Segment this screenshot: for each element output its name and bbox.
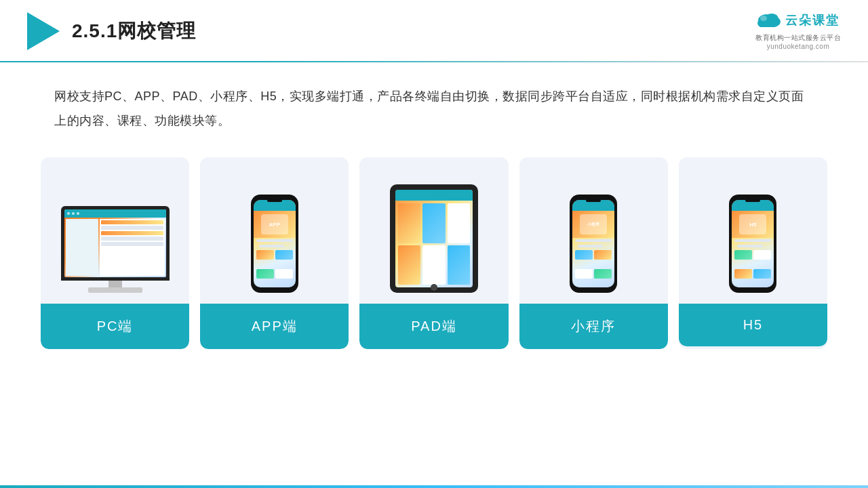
card-pad: PAD端 [359,157,508,349]
cards-container: PC端 APP [0,133,868,349]
cloud-icon [757,8,781,32]
pc-image-area [47,171,182,293]
brand-logo: 云朵课堂 教育机构一站式服务云平台 yunduoketang.com [755,8,841,50]
pad-image-area [366,171,501,293]
phone-mockup-app: APP [251,195,298,293]
pc-screen-outer [61,206,170,281]
label-miniprogram: 小程序 [519,304,668,349]
phone-outer-app: APP [251,195,298,293]
tablet-outer [390,184,478,293]
brand-name: 云朵课堂 [785,12,840,28]
pc-base [88,287,142,293]
phone-outer-h5: H5 [729,195,776,293]
tablet-screen [395,190,473,287]
page-title: 2.5.1网校管理 [72,18,196,44]
svg-point-5 [760,16,767,21]
phone-mockup-mini: 小程序 [570,195,617,293]
tablet-home-btn [431,284,437,291]
label-app: APP端 [200,304,349,349]
phone-mockup-h5: H5 [729,195,776,293]
description-text: 网校支持PC、APP、PAD、小程序、H5，实现多端打通，产品各终端自由切换，数… [54,84,814,133]
phone-notch-mini [586,199,601,202]
phone-screen-mini: 小程序 [572,200,614,287]
phone-screen-h5: H5 [732,200,774,287]
card-pc: PC端 [41,157,189,349]
brand-tagline: 教育机构一站式服务云平台 [755,33,841,43]
app-image-area: APP [207,171,342,293]
label-pc: PC端 [41,304,189,349]
phone-screen-app: APP [254,200,296,287]
label-pad: PAD端 [359,304,508,349]
pc-mockup [61,206,170,293]
card-miniprogram: 小程序 小程序 [519,157,668,349]
miniprogram-image-area: 小程序 [526,171,661,293]
card-app: APP APP端 [200,157,349,349]
label-h5: H5 [679,304,827,346]
phone-outer-mini: 小程序 [570,195,617,293]
brand-url: yunduoketang.com [767,43,830,50]
description: 网校支持PC、APP、PAD、小程序、H5，实现多端打通，产品各终端自由切换，数… [0,62,868,133]
phone-notch-app [267,199,282,202]
phone-notch-h5 [745,199,760,202]
logo-triangle [27,12,60,50]
bottom-accent [0,485,868,488]
pc-screen-inner [64,209,166,277]
header: 2.5.1网校管理 云朵课堂 教育机构一站式服务云平台 yunduoketang… [0,0,868,50]
mini-img-placeholder: 小程序 [580,214,607,235]
app-img-placeholder: APP [261,214,288,235]
h5-image-area: H5 [686,171,821,293]
tablet-mockup [390,184,478,293]
pc-screen-bar [64,209,166,218]
pc-neck [108,281,122,287]
h5-img-placeholder: H5 [739,214,766,235]
card-h5: H5 H5 [679,157,827,349]
